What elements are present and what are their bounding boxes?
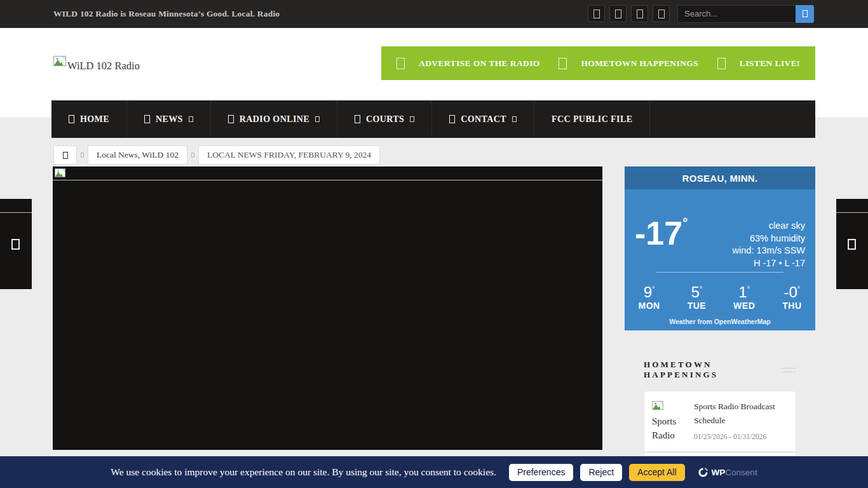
nav-item-radio-online[interactable]: RADIO ONLINE [211,100,337,138]
cookie-preferences-button[interactable]: Preferences [509,464,573,481]
wpconsent-branding[interactable]: WPConsent [698,467,757,478]
weather-widget: ROSEAU, MINN. -17° clear sky 63% humidit… [625,166,815,330]
courts-icon [355,115,360,123]
weather-details: clear sky 63% humidity wind: 13m/s SSW H… [733,220,805,269]
social-link-1[interactable] [588,5,605,22]
cookie-message: We use cookies to improve your experienc… [111,466,496,478]
forecast-day-mon: 9° MON [638,280,660,311]
happenings-item-body: Sports Radio Broadcast Schedule 01/25/20… [694,400,788,443]
divider [0,212,32,213]
prev-post-tab[interactable] [0,199,32,289]
breadcrumb-category-label: Local News, WiLD 102 [97,150,179,160]
search-icon [803,10,808,17]
wpconsent-brand-bold: WP [712,468,726,477]
arrow-right-icon [848,239,856,250]
social-icon-1 [593,10,600,18]
nav-fcc-label: FCC PUBLIC FILE [552,114,632,125]
arrow-left-icon [11,239,20,250]
hometown-happenings-link[interactable]: HOMETOWN HAPPENINGS [559,58,698,69]
weather-humidity: 63% humidity [733,233,805,245]
search-form [677,5,814,23]
breadcrumb: Local News, WiLD 102 LOCAL NEWS FRIDAY, … [53,146,380,165]
weather-high-low: H -17 • L -17 [733,257,805,270]
social-link-4[interactable] [653,5,670,22]
forecast-day-tue: 5° TUE [688,280,707,311]
site-tagline: WILD 102 Radio is Roseau Minnesota’s Goo… [53,9,280,19]
news-icon [144,115,150,123]
happenings-item-title: Sports Radio Broadcast Schedule [694,400,788,427]
search-button[interactable] [796,5,814,23]
divider [656,272,783,273]
social-icon-4 [658,10,665,18]
social-link-3[interactable] [631,5,648,22]
degree-symbol: ° [682,215,688,229]
divider [53,180,602,180]
cookie-reject-button[interactable]: Reject [580,464,622,481]
advertise-link[interactable]: ADVERTISE ON THE RADIO [397,58,540,69]
next-post-tab[interactable] [836,199,868,289]
topbar: WILD 102 Radio is Roseau Minnesota’s Goo… [0,0,868,28]
happenings-item-dates: 01/25/2026 - 01/31/2026 [694,433,788,440]
happenings-section-header: HOMETOWN HAPPENINGS [644,360,796,380]
home-icon [63,152,68,159]
breadcrumb-separator-icon [191,152,194,158]
cookie-accept-all-button[interactable]: Accept All [629,464,684,481]
contact-icon [449,115,455,123]
breadcrumb-category[interactable]: Local News, WiLD 102 [88,146,187,165]
forecast-day-thu: -0° THU [782,280,801,311]
current-temperature: -17° [635,216,688,250]
wpconsent-logo-icon [698,467,709,478]
broken-image-icon [53,56,66,66]
forecast-day-wed: 1° WED [733,280,755,311]
broken-image-icon [652,401,663,410]
radio-icon [228,115,234,123]
social-links [588,5,670,22]
weather-body: -17° clear sky 63% humidity wind: 13m/s … [625,189,815,330]
nav-home-label: HOME [80,114,109,125]
broken-image-icon [55,168,65,177]
nav-news-label: NEWS [156,114,183,125]
listen-live-icon [717,58,726,69]
social-icon-3 [637,10,643,18]
search-input[interactable] [677,5,796,23]
cookie-consent-bar: We use cookies to improve your experienc… [0,456,868,488]
happenings-icon [559,58,567,69]
nav-item-fcc-public-file[interactable]: FCC PUBLIC FILE [534,100,650,138]
nav-item-home[interactable]: HOME [51,100,127,138]
main-nav: HOME NEWS RADIO ONLINE COURTS CONTACT FC… [51,100,815,138]
chevron-down-icon [189,116,193,122]
listen-live-label: LISTEN LIVE! [740,58,800,69]
nav-item-contact[interactable]: CONTACT [432,100,534,138]
thumbnail-alt-text: Sports Radio [652,416,676,441]
weather-source: Weather from OpenWeatherMap [625,318,815,325]
site-logo[interactable]: WiLD 102 Radio [53,56,140,72]
nav-item-news[interactable]: NEWS [127,100,211,138]
quick-links-bar: ADVERTISE ON THE RADIO HOMETOWN HAPPENIN… [381,46,815,80]
topbar-right [588,5,814,23]
nav-item-courts[interactable]: COURTS [337,100,432,138]
article-hero-image [53,166,602,450]
weather-location: ROSEAU, MINN. [625,166,815,189]
breadcrumb-home[interactable] [53,146,77,165]
breadcrumb-current-page: LOCAL NEWS FRIDAY, FEBRUARY 9, 2024 [198,146,380,165]
divider [836,212,868,213]
wpconsent-brand-light: Consent [725,468,757,477]
social-icon-2 [615,10,621,18]
listen-live-link[interactable]: LISTEN LIVE! [717,58,800,69]
advertise-label: ADVERTISE ON THE RADIO [419,58,540,69]
breadcrumb-current-label: LOCAL NEWS FRIDAY, FEBRUARY 9, 2024 [207,150,371,160]
breadcrumb-separator-icon [81,152,84,158]
weather-forecast: 9° MON 5° TUE 1° WED -0° THU [625,280,815,311]
site-logo-alt-text: WiLD 102 Radio [67,60,140,72]
happenings-item-thumbnail: Sports Radio [652,400,685,442]
nav-radio-label: RADIO ONLINE [240,114,309,125]
chevron-down-icon [512,116,517,122]
happenings-list-item[interactable]: Sports Radio Sports Radio Broadcast Sche… [644,391,796,452]
nav-contact-label: CONTACT [461,114,506,125]
weather-wind: wind: 13m/s SSW [733,245,805,257]
happenings-section-title: HOMETOWN HAPPENINGS [644,360,781,380]
heading-decoration [781,368,796,372]
chevron-down-icon [410,116,414,122]
advertise-icon [397,58,405,69]
social-link-2[interactable] [609,5,627,22]
